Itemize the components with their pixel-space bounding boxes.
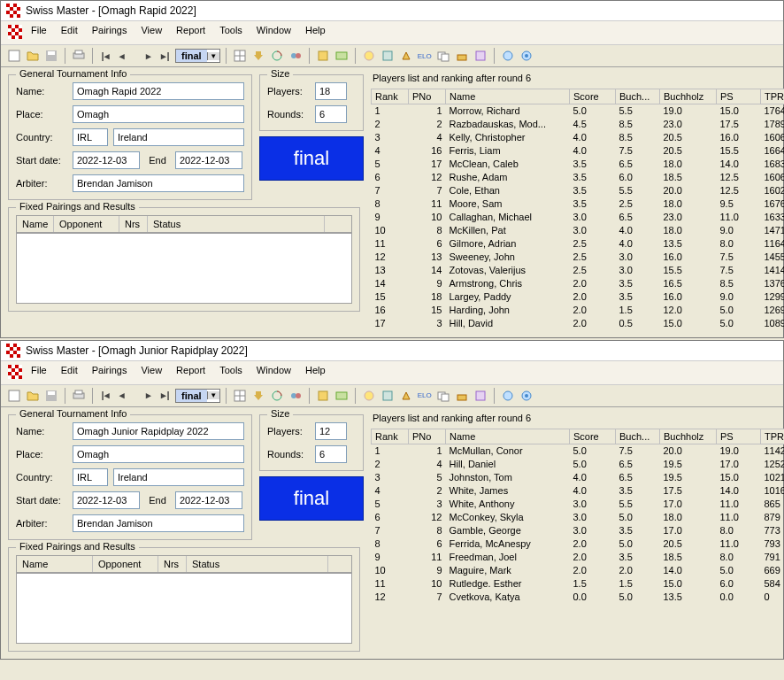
save-button[interactable] [43,48,59,64]
players-button[interactable] [288,388,304,404]
ranking-col-header[interactable]: Buchholz [660,429,717,444]
menu-help[interactable]: Help [305,25,326,41]
round-selector[interactable]: final▼ [175,389,220,403]
nav-last-button[interactable]: ▸| [158,389,173,403]
table-row[interactable]: 9 10 Callaghan, Michael 3.0 6.5 23.0 11.… [372,211,785,224]
menu-tools[interactable]: Tools [219,365,242,381]
table-row[interactable]: 4 16 Ferris, Liam 4.0 7.5 20.5 15.5 1664 [372,144,785,158]
start-date-field[interactable] [73,151,140,169]
country-code-field[interactable] [73,128,108,146]
table-row[interactable]: 12 7 Cvetkova, Katya 0.0 5.0 13.5 0.0 0 [372,590,785,603]
nav-next-button[interactable]: ▸ [142,49,156,63]
table-row[interactable]: 8 6 Ferrida, McAnespy 2.0 5.0 20.5 11.0 … [372,537,785,550]
grid-view-button[interactable] [232,48,248,64]
fixed-col-opponent[interactable]: Opponent [54,216,119,232]
nav-next-button[interactable]: ▸ [142,389,156,403]
tool-c-button[interactable] [361,388,377,404]
table-row[interactable]: 1 1 McMullan, Conor 5.0 7.5 20.0 19.0 11… [372,444,785,457]
table-row[interactable]: 17 3 Hill, David 2.0 0.5 15.0 5.0 1089 [372,317,785,330]
save-button[interactable] [43,388,59,404]
new-file-button[interactable] [6,388,22,404]
arbiter-field[interactable] [73,174,244,192]
name-field[interactable] [73,82,244,100]
table-row[interactable]: 16 15 Harding, John 2.0 1.5 12.0 5.0 126… [372,304,785,317]
ranking-col-header[interactable]: Buchholz [660,89,717,104]
table-row[interactable]: 2 2 Razbadauskas, Mod... 4.5 8.5 23.0 17… [372,118,785,131]
ranking-col-header[interactable]: PNo [409,89,446,104]
tool-e-button[interactable] [454,48,470,64]
tool-g-button[interactable] [500,388,516,404]
trophy2-button[interactable] [398,48,414,64]
new-file-button[interactable] [6,48,22,64]
table-row[interactable]: 6 12 Rushe, Adam 3.5 6.0 18.5 12.5 1606 [372,171,785,184]
table-row[interactable]: 10 9 Maguire, Mark 2.0 2.0 14.0 5.0 669 [372,563,785,576]
ranking-col-header[interactable]: TPR ... [761,429,785,444]
ranking-col-header[interactable]: Score [570,89,616,104]
menu-report[interactable]: Report [176,25,205,41]
players-field[interactable] [315,82,347,100]
table-row[interactable]: 14 9 Armstrong, Chris 2.0 3.5 16.5 8.5 1… [372,277,785,290]
name-field[interactable] [73,422,244,440]
tool-b-button[interactable] [334,388,350,404]
print-button[interactable] [71,388,87,404]
end-date-field[interactable] [175,491,242,509]
table-row[interactable]: 11 10 Rutledge. Esther 1.5 1.5 15.0 6.0 … [372,576,785,590]
menu-pairings[interactable]: Pairings [92,25,127,41]
tool-d-button[interactable] [380,388,396,404]
ranking-col-header[interactable]: Rank [372,429,409,444]
elo-button[interactable]: ELO [417,388,433,404]
table-row[interactable]: 5 17 McClean, Caleb 3.5 6.5 18.0 14.0 16… [372,158,785,171]
tool-c-button[interactable] [361,48,377,64]
menu-help[interactable]: Help [305,365,326,381]
rounds-field[interactable] [315,445,347,463]
tool-e-button[interactable] [454,388,470,404]
fixed-col-status[interactable]: Status [187,556,328,572]
table-row[interactable]: 9 11 Freedman, Joel 2.0 3.5 18.5 8.0 791 [372,550,785,563]
tool-a-button[interactable] [315,48,331,64]
table-row[interactable]: 4 2 White, James 4.0 3.5 17.5 14.0 1016 [372,483,785,497]
tool-a-button[interactable] [315,388,331,404]
fixed-col-name[interactable]: Name [17,216,54,232]
table-row[interactable]: 3 4 Kelly, Christopher 4.0 8.5 20.5 16.0… [372,131,785,144]
start-date-field[interactable] [73,491,140,509]
tool-g-button[interactable] [500,48,516,64]
country-name-field[interactable] [113,128,244,146]
fixed-col-nrs[interactable]: Nrs [119,216,148,232]
tool-h-button[interactable] [519,388,534,404]
elo-button[interactable]: ELO [417,48,433,64]
ranking-col-header[interactable]: TPR ... [761,89,785,104]
fixed-col-nrs[interactable]: Nrs [158,556,187,572]
place-field[interactable] [73,105,244,123]
menu-report[interactable]: Report [176,365,205,381]
tool-b-button[interactable] [334,48,350,64]
grid-view-button[interactable] [232,388,248,404]
ranking-col-header[interactable]: Score [570,429,616,444]
country-code-field[interactable] [73,468,108,486]
menu-window[interactable]: Window [257,365,291,381]
end-date-field[interactable] [175,151,242,169]
ranking-col-header[interactable]: Buch... [616,89,660,104]
players-field[interactable] [315,422,347,440]
fixed-col-opponent[interactable]: Opponent [93,556,158,572]
table-row[interactable]: 7 8 Gamble, George 3.0 3.5 17.0 8.0 773 [372,523,785,537]
trophy2-button[interactable] [398,388,414,404]
menu-tools[interactable]: Tools [219,25,242,41]
table-row[interactable]: 3 5 Johnston, Tom 4.0 6.5 19.5 15.0 1021 [372,470,785,483]
trophy-button[interactable] [250,48,266,64]
fixed-col-status[interactable]: Status [148,216,325,232]
ranking-col-header[interactable]: Name [446,429,570,444]
table-row[interactable]: 2 4 Hill, Daniel 5.0 6.5 19.5 17.0 1252 [372,457,785,470]
round-selector[interactable]: final▼ [175,49,220,63]
table-row[interactable]: 8 11 Moore, Sam 3.5 2.5 18.0 9.5 1676 [372,197,785,211]
table-row[interactable]: 10 8 McKillen, Pat 3.0 4.0 18.0 9.0 1471 [372,224,785,237]
table-row[interactable]: 13 14 Zotovas, Valerijus 2.5 3.0 15.5 7.… [372,264,785,277]
place-field[interactable] [73,445,244,463]
country-name-field[interactable] [113,468,244,486]
fixed-pairings-list[interactable] [16,233,352,304]
ranking-col-header[interactable]: PNo [409,429,446,444]
tool-f-button[interactable] [473,388,488,404]
fixed-col-name[interactable]: Name [17,556,93,572]
table-row[interactable]: 7 7 Cole, Ethan 3.5 5.5 20.0 12.5 1602 [372,184,785,197]
menu-file[interactable]: File [31,365,47,381]
nav-prev-button[interactable]: ◂ [115,49,129,63]
